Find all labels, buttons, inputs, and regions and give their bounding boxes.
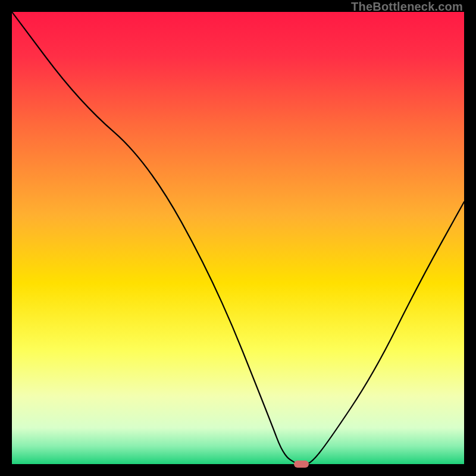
chart-frame: TheBottleneck.com <box>0 0 476 476</box>
optimal-point-marker <box>294 461 308 468</box>
watermark-text: TheBottleneck.com <box>351 0 463 14</box>
bottleneck-curve <box>12 12 464 464</box>
plot-area <box>12 12 464 464</box>
